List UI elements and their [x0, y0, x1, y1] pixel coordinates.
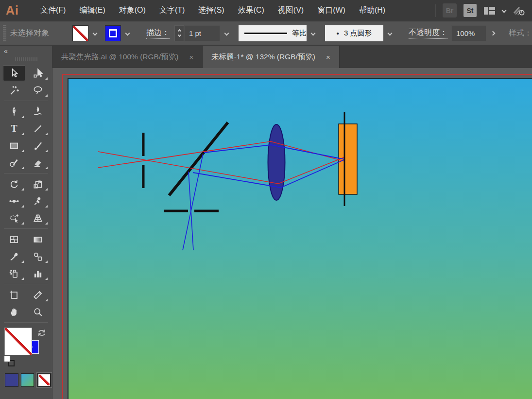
stroke-width-dropdown[interactable] [220, 25, 233, 41]
tool-lasso[interactable] [27, 82, 49, 98]
detector[interactable] [339, 124, 357, 194]
fill-swatch[interactable] [72, 25, 88, 41]
panel-collapse-button[interactable]: « [0, 46, 52, 56]
tab-document-1[interactable]: 共聚焦光路.ai @ 100% (RGB/预览) × [52, 46, 203, 68]
selection-arrow-icon [9, 68, 19, 79]
red-ray-lower[interactable] [98, 152, 345, 184]
tool-scale[interactable] [27, 176, 49, 192]
tool-line-segment[interactable] [27, 121, 49, 137]
menu-select[interactable]: 选择(S) [191, 5, 231, 16]
zoom-magnifier-icon [33, 307, 43, 317]
workspace-chevron-icon[interactable] [502, 8, 507, 13]
menubar-right: Br St [435, 3, 525, 17]
tool-rectangle[interactable] [3, 138, 25, 154]
stepper-up-icon [177, 29, 181, 33]
menu-window[interactable]: 窗口(W) [310, 5, 352, 16]
column-graph-icon [33, 268, 43, 279]
tool-width[interactable] [3, 193, 25, 209]
stroke-width-field[interactable]: 1 pt [184, 25, 220, 41]
tool-symbol-sprayer[interactable] [3, 265, 25, 281]
tool-group-divider [4, 322, 48, 323]
tool-shaper[interactable] [3, 155, 25, 171]
tool-artboard[interactable] [3, 287, 25, 303]
tool-type[interactable]: T [3, 121, 25, 137]
line-segment-icon [33, 123, 43, 134]
fill-color-indicator[interactable] [4, 328, 32, 355]
controlbar-drag-handle[interactable] [3, 25, 6, 41]
stroke-profile-dropdown[interactable] [307, 25, 319, 41]
tool-zoom[interactable] [27, 304, 49, 320]
stroke-panel-link[interactable]: 描边： [146, 28, 170, 39]
eraser-icon [33, 157, 43, 168]
menu-help[interactable]: 帮助(H) [352, 5, 392, 16]
tool-blend[interactable] [27, 248, 49, 264]
tool-slice[interactable] [27, 287, 49, 303]
artboard-icon [9, 290, 19, 300]
tool-eraser[interactable] [27, 155, 49, 171]
menu-type[interactable]: 文字(T) [153, 5, 191, 16]
color-button[interactable] [5, 373, 18, 387]
beamsplitter[interactable] [169, 122, 228, 195]
curvature-pen-icon [33, 106, 43, 117]
opacity-expand[interactable] [486, 25, 499, 41]
stroke-swatch-dropdown[interactable] [121, 25, 134, 41]
menu-edit[interactable]: 编辑(E) [72, 5, 112, 16]
gradient-button[interactable] [21, 373, 34, 387]
brush-dropdown[interactable] [383, 25, 396, 41]
menu-object[interactable]: 对象(O) [112, 5, 153, 16]
tool-gradient[interactable] [27, 231, 49, 247]
optics-diagram [52, 68, 532, 399]
tool-perspective-grid[interactable] [27, 210, 49, 226]
gpu-performance-icon[interactable] [513, 5, 525, 16]
svg-text:T: T [11, 123, 17, 134]
opacity-panel-link[interactable]: 不透明度： [409, 28, 447, 39]
chevron-down-icon [310, 31, 315, 35]
tool-rotate[interactable] [3, 176, 25, 192]
tool-magic-wand[interactable] [3, 82, 25, 98]
tool-hand[interactable] [3, 304, 25, 320]
tool-mesh[interactable] [3, 231, 25, 247]
menu-effect[interactable]: 效果(C) [231, 5, 271, 16]
panel-drag-handle[interactable] [15, 57, 37, 61]
tool-pen[interactable] [3, 104, 25, 120]
stroke-width-stepper[interactable] [174, 25, 184, 41]
stroke-swatch[interactable] [105, 25, 121, 41]
none-swatch-icon [38, 374, 50, 386]
blue-ray-reflect-2[interactable] [189, 172, 193, 250]
brush-select[interactable]: • 3 点圆形 [325, 25, 383, 41]
tool-paintbrush[interactable] [27, 138, 49, 154]
opacity-field[interactable]: 100% [451, 25, 486, 41]
menubar-divider [435, 4, 436, 17]
tab-document-2[interactable]: 未标题-1* @ 132% (RGB/预览) × [203, 46, 340, 68]
red-ray-upper[interactable] [98, 141, 345, 168]
tool-shape-builder[interactable] [3, 210, 25, 226]
magic-wand-icon [9, 85, 19, 96]
menu-view[interactable]: 视图(V) [271, 5, 310, 16]
tool-group-divider [4, 173, 48, 173]
tool-eyedropper[interactable] [3, 248, 25, 264]
default-fill-stroke-icon[interactable] [4, 356, 15, 366]
stock-button[interactable]: St [463, 4, 477, 17]
canvas-area[interactable] [52, 68, 532, 399]
bridge-button[interactable]: Br [443, 3, 457, 17]
fill-swatch-dropdown[interactable] [88, 25, 101, 41]
tool-puppet-warp[interactable] [27, 193, 49, 209]
paint-style-buttons [5, 373, 52, 388]
swap-fill-stroke-icon[interactable] [37, 329, 47, 337]
none-button[interactable] [36, 372, 52, 388]
main-menu: 文件(F) 编辑(E) 对象(O) 文字(T) 选择(S) 效果(C) 视图(V… [34, 5, 392, 16]
tab-close-icon[interactable]: × [189, 53, 193, 61]
tool-direct-selection[interactable] [27, 65, 49, 81]
workspace-switcher-icon[interactable] [483, 6, 496, 16]
tool-selection[interactable] [3, 65, 25, 81]
rotate-icon [9, 179, 19, 190]
fill-stroke-controls [0, 328, 52, 370]
stroke-profile-select[interactable]: 等比 [239, 25, 307, 41]
tool-column-graph[interactable] [27, 265, 49, 281]
tool-curvature-pen[interactable] [27, 104, 49, 120]
pen-icon [9, 106, 19, 117]
menu-bar: Ai 文件(F) 编辑(E) 对象(O) 文字(T) 选择(S) 效果(C) 视… [0, 0, 532, 21]
tab-close-icon[interactable]: × [326, 53, 330, 61]
menu-file[interactable]: 文件(F) [34, 5, 72, 16]
lens[interactable] [268, 124, 285, 200]
